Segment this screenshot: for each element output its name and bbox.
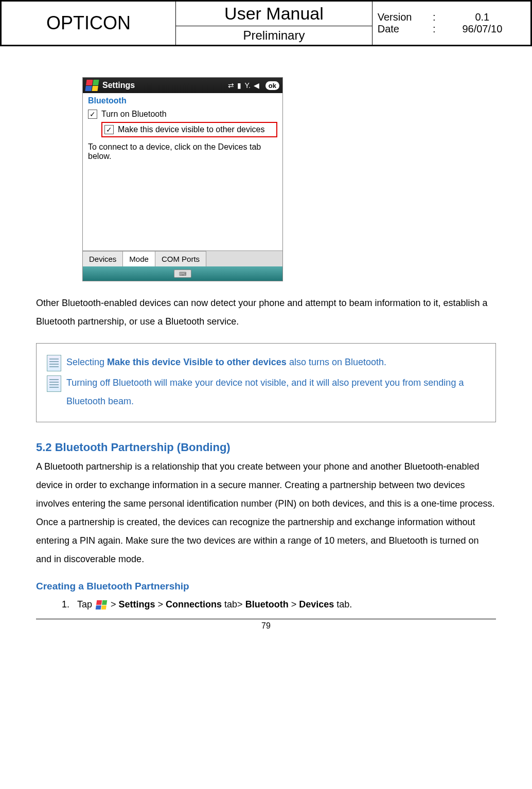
note1-post: also turns on Bluetooth. [287, 357, 386, 367]
connection-icon: ⇄ [228, 81, 234, 89]
note1-pre: Selecting [66, 357, 107, 367]
ok-button[interactable]: ok [265, 81, 279, 90]
bluetooth-section-label: Bluetooth [83, 93, 282, 106]
titlebar: Settings ⇄ ▮ Y. ◀ ok [83, 78, 282, 93]
version-date-cell: Version : 0.1 Date : 96/07/10 [372, 1, 531, 46]
tab-bar: Devices Mode COM Ports [83, 250, 282, 266]
start-flag-icon [96, 600, 108, 609]
steps-list: Tap > Settings > Connections tab> Blueto… [57, 595, 496, 614]
note-icon [47, 375, 61, 392]
titlebar-title: Settings [102, 81, 228, 90]
visible-highlight-box: ✓ Make this device visible to other devi… [101, 122, 277, 137]
page-header: OPTICON User Manual Version : 0.1 Date :… [0, 0, 532, 46]
page-number: 79 [36, 619, 496, 631]
turn-on-bluetooth-row[interactable]: ✓ Turn on Bluetooth [88, 110, 277, 119]
bottom-bar: ⌨ [83, 266, 282, 281]
turn-on-bluetooth-label: Turn on Bluetooth [101, 110, 167, 119]
antenna-icon: Y. [244, 81, 250, 89]
manual-title: User Manual [176, 1, 372, 26]
note-icon [47, 355, 61, 371]
note2-text: Turning off Bluetooth will make your dev… [66, 373, 485, 410]
status-icons: ⇄ ▮ Y. ◀ ok [228, 81, 279, 90]
tab-devices[interactable]: Devices [83, 251, 123, 266]
turn-on-bluetooth-checkbox[interactable]: ✓ [88, 110, 97, 119]
brand-cell: OPTICON [1, 1, 176, 46]
windows-flag-icon [85, 80, 99, 91]
date-value: 96/07/10 [439, 23, 525, 35]
note1-bold: Make this device Visible to other device… [107, 357, 287, 367]
section-body: A Bluetooth partnership is a relationshi… [36, 457, 496, 568]
subsection-heading: Creating a Bluetooth Partnership [36, 581, 496, 592]
make-visible-label: Make this device visible to other device… [118, 125, 264, 134]
tab-com-ports[interactable]: COM Ports [155, 251, 206, 266]
manual-subtitle: Preliminary [176, 26, 372, 46]
signal-icon: ▮ [237, 81, 241, 89]
note-1: Selecting Make this device Visible to ot… [47, 353, 485, 371]
version-value: 0.1 [439, 11, 525, 23]
speaker-icon: ◀ [254, 81, 259, 89]
step-1: Tap > Settings > Connections tab> Blueto… [72, 595, 496, 614]
device-screenshot: Settings ⇄ ▮ Y. ◀ ok Bluetooth ✓ Turn on… [82, 77, 283, 281]
make-visible-checkbox[interactable]: ✓ [104, 125, 114, 134]
version-label: Version [378, 11, 429, 23]
note-2: Turning off Bluetooth will make your dev… [47, 373, 485, 410]
notes-box: Selecting Make this device Visible to ot… [36, 343, 496, 422]
keyboard-icon[interactable]: ⌨ [174, 270, 191, 278]
date-label: Date [378, 23, 429, 35]
make-visible-row[interactable]: ✓ Make this device visible to other devi… [104, 125, 273, 134]
connect-hint-text: To connect to a device, click on the Dev… [88, 142, 277, 161]
tab-mode[interactable]: Mode [123, 251, 155, 266]
intro-paragraph: Other Bluetooth-enabled devices can now … [36, 294, 496, 331]
section-heading: 5.2 Bluetooth Partnership (Bonding) [36, 441, 496, 454]
